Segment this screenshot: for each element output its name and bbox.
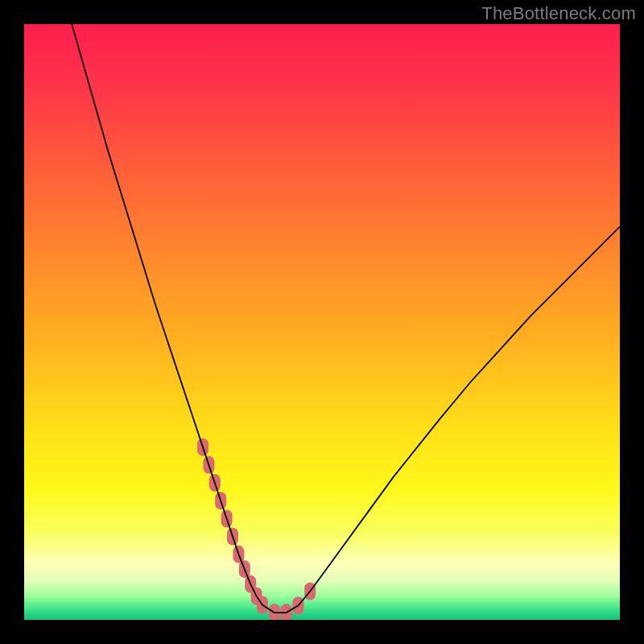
watermark-text: TheBottleneck.com [481,3,636,24]
plot-area [24,24,620,620]
gradient-background [24,24,620,620]
outer-frame: TheBottleneck.com [0,0,644,644]
highlight-marker [281,604,292,620]
chart-svg [24,24,620,620]
